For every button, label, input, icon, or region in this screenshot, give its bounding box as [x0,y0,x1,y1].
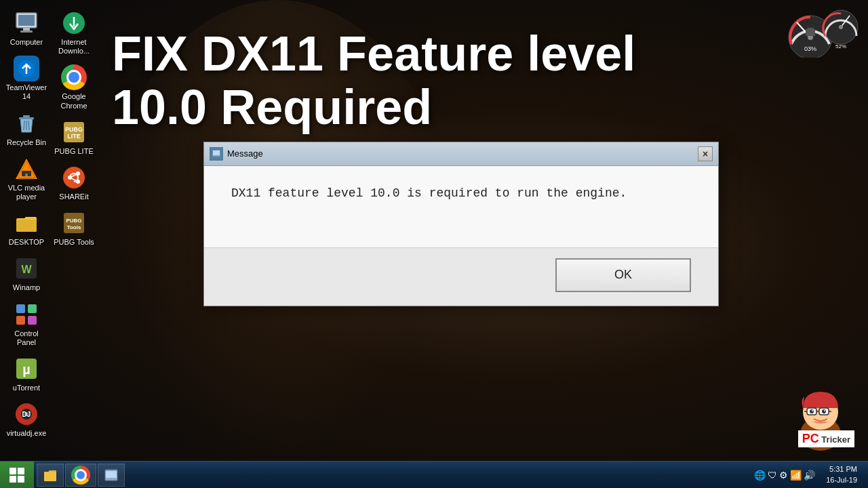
dialog-titlebar: Message × [204,142,718,166]
dialog-footer: OK [204,247,718,306]
tray-security-icon: 🛡 [768,470,777,481]
message-dialog: Message × DX11 feature level 10.0 is req… [203,142,719,306]
clock-time: 5:31 PM [826,464,857,474]
explorer-icon [43,468,58,483]
taskbar-app-button[interactable] [98,464,125,487]
dialog-message: DX11 feature level 10.0 is required to r… [231,186,691,200]
system-tray: 🌐 🛡 ⚙ 📶 🔊 5:31 PM 16-Jul-19 [746,462,868,488]
taskbar-items [34,462,746,488]
svg-rect-51 [212,156,220,157]
taskbar-explorer-button[interactable] [37,464,64,487]
windows-logo-icon [9,468,24,483]
tray-network-icon: 🌐 [754,470,766,481]
tray-wifi-icon: 📶 [790,470,802,481]
taskbar-clock: 5:31 PM 16-Jul-19 [821,464,863,485]
clock-date: 16-Jul-19 [826,475,857,485]
svg-rect-63 [44,472,56,481]
start-button[interactable] [0,462,34,489]
dialog-title: Message [227,148,694,159]
taskbar-chrome-button[interactable] [65,464,96,487]
dialog-body: DX11 feature level 10.0 is required to r… [204,166,718,247]
svg-rect-50 [213,150,220,155]
dialog-titlebar-icon [210,147,223,161]
dialog-ok-button[interactable]: OK [555,258,691,292]
app-icon [104,468,119,483]
taskbar-chrome-icon [71,466,90,485]
dialog-overlay: Message × DX11 feature level 10.0 is req… [0,0,868,488]
dialog-close-button[interactable]: × [698,146,713,161]
svg-rect-65 [106,471,117,478]
tray-icons: 🌐 🛡 ⚙ 📶 🔊 [751,470,818,481]
tray-volume-icon: 🔊 [804,470,815,481]
tray-settings-icon: ⚙ [779,470,788,481]
taskbar: 🌐 🛡 ⚙ 📶 🔊 5:31 PM 16-Jul-19 [0,461,868,488]
